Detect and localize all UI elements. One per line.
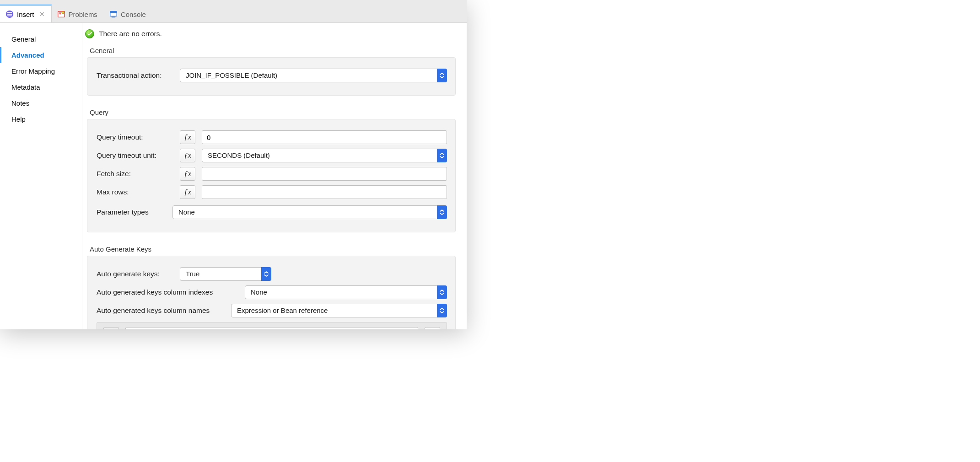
- fetch-size-input-wrap: [202, 167, 447, 181]
- sidebar-item-label: Advanced: [11, 51, 44, 59]
- status-row: There are no errors.: [82, 23, 460, 42]
- editor-window: Insert ✕ Problems Console General Advanc…: [0, 0, 467, 329]
- col-names-select[interactable]: Expression or Bean reference: [231, 304, 447, 317]
- fx-button[interactable]: ƒx: [180, 167, 195, 181]
- query-timeout-unit-select[interactable]: SECONDS (Default): [202, 149, 447, 162]
- query-timeout-input-wrap: [202, 130, 447, 144]
- query-timeout-unit-label: Query timeout unit:: [97, 151, 173, 160]
- sidebar-item-help[interactable]: Help: [0, 111, 82, 127]
- sidebar-item-label: Metadata: [11, 83, 40, 91]
- transactional-action-value: JOIN_IF_POSSIBLE (Default): [180, 69, 447, 82]
- row-transactional-action: Transactional action: JOIN_IF_POSSIBLE (…: [97, 69, 447, 82]
- section-title-query: Query: [82, 104, 460, 119]
- fx-button[interactable]: ƒx: [103, 327, 119, 329]
- ok-icon: [85, 29, 94, 38]
- max-rows-input-wrap: [202, 185, 447, 199]
- fx-button[interactable]: ƒx: [180, 185, 195, 199]
- close-tab-icon[interactable]: ✕: [39, 11, 45, 18]
- tab-console[interactable]: Console: [104, 5, 152, 22]
- sidebar-item-advanced[interactable]: Advanced: [0, 47, 82, 63]
- tab-label: Insert: [17, 11, 34, 18]
- status-message: There are no errors.: [99, 30, 162, 38]
- auto-generate-keys-label: Auto generate keys:: [97, 270, 173, 278]
- section-title-general: General: [82, 42, 460, 57]
- chevron-updown-icon: [437, 69, 447, 82]
- tab-problems[interactable]: Problems: [52, 5, 104, 22]
- section-autokeys: Auto generate keys: True Auto generated …: [87, 256, 456, 329]
- expression-editor-row: ƒx #[ ['id'] ]: [97, 322, 447, 329]
- mapping-button[interactable]: [425, 327, 440, 329]
- transactional-action-select[interactable]: JOIN_IF_POSSIBLE (Default): [180, 69, 447, 82]
- chevron-updown-icon: [437, 285, 447, 299]
- row-fetch-size: Fetch size: ƒx: [97, 167, 447, 181]
- chevron-updown-icon: [261, 267, 271, 281]
- problems-icon: [57, 10, 65, 18]
- row-auto-generate-keys: Auto generate keys: True: [97, 267, 447, 281]
- tabbar: Insert ✕ Problems Console: [0, 0, 467, 23]
- col-indexes-value: None: [245, 285, 447, 299]
- fx-button[interactable]: ƒx: [180, 149, 195, 162]
- fx-button[interactable]: ƒx: [180, 130, 195, 144]
- chevron-updown-icon: [437, 149, 447, 162]
- section-general: Transactional action: JOIN_IF_POSSIBLE (…: [87, 57, 456, 96]
- tab-insert[interactable]: Insert ✕: [0, 5, 52, 22]
- sidebar-item-label: Error Mapping: [11, 67, 55, 75]
- sidebar-item-error-mapping[interactable]: Error Mapping: [0, 63, 82, 79]
- sidebar-item-metadata[interactable]: Metadata: [0, 79, 82, 95]
- sidebar-item-general[interactable]: General: [0, 31, 82, 47]
- row-col-indexes: Auto generated keys column indexes None: [97, 285, 447, 299]
- section-title-autokeys: Auto Generate Keys: [82, 241, 460, 256]
- fetch-size-input[interactable]: [202, 167, 447, 181]
- svg-rect-4: [110, 11, 117, 13]
- col-names-value: Expression or Bean reference: [231, 304, 447, 317]
- svg-point-2: [61, 11, 64, 14]
- sidebar-item-label: Help: [11, 115, 26, 123]
- max-rows-input[interactable]: [202, 185, 447, 199]
- col-indexes-label: Auto generated keys column indexes: [97, 288, 238, 296]
- tab-label: Problems: [69, 11, 97, 18]
- auto-generate-keys-value: True: [180, 267, 271, 281]
- row-max-rows: Max rows: ƒx: [97, 185, 447, 199]
- parameter-types-select[interactable]: None: [172, 205, 447, 219]
- chevron-updown-icon: [437, 205, 447, 219]
- fetch-size-label: Fetch size:: [97, 170, 173, 178]
- svg-rect-5: [111, 16, 115, 17]
- row-query-timeout: Query timeout: ƒx: [97, 130, 447, 144]
- query-timeout-unit-value: SECONDS (Default): [202, 149, 447, 162]
- row-query-timeout-unit: Query timeout unit: ƒx SECONDS (Default): [97, 149, 447, 162]
- transactional-action-label: Transactional action:: [97, 71, 173, 80]
- sidebar-item-label: General: [11, 35, 36, 43]
- parameter-types-value: None: [172, 205, 447, 219]
- query-timeout-label: Query timeout:: [97, 133, 173, 141]
- parameter-types-label: Parameter types: [97, 208, 166, 216]
- chevron-updown-icon: [437, 304, 447, 317]
- query-timeout-input[interactable]: [202, 130, 447, 144]
- row-col-names: Auto generated keys column names Express…: [97, 304, 447, 317]
- sidebar: General Advanced Error Mapping Metadata …: [0, 23, 82, 329]
- auto-generate-keys-select[interactable]: True: [180, 267, 271, 281]
- col-names-label: Auto generated keys column names: [97, 306, 225, 315]
- expression-input[interactable]: #[ ['id'] ]: [125, 327, 418, 329]
- row-parameter-types: Parameter types None: [97, 205, 447, 219]
- console-icon: [109, 10, 118, 18]
- tab-label: Console: [121, 11, 146, 18]
- main-area: General Advanced Error Mapping Metadata …: [0, 23, 467, 329]
- max-rows-label: Max rows:: [97, 188, 173, 196]
- section-query: Query timeout: ƒx Query timeout unit: ƒx…: [87, 119, 456, 232]
- sidebar-item-label: Notes: [11, 99, 29, 107]
- col-indexes-select[interactable]: None: [245, 285, 447, 299]
- content-pane: There are no errors. General Transaction…: [82, 23, 467, 329]
- sidebar-item-notes[interactable]: Notes: [0, 95, 82, 111]
- insert-icon: [5, 10, 14, 18]
